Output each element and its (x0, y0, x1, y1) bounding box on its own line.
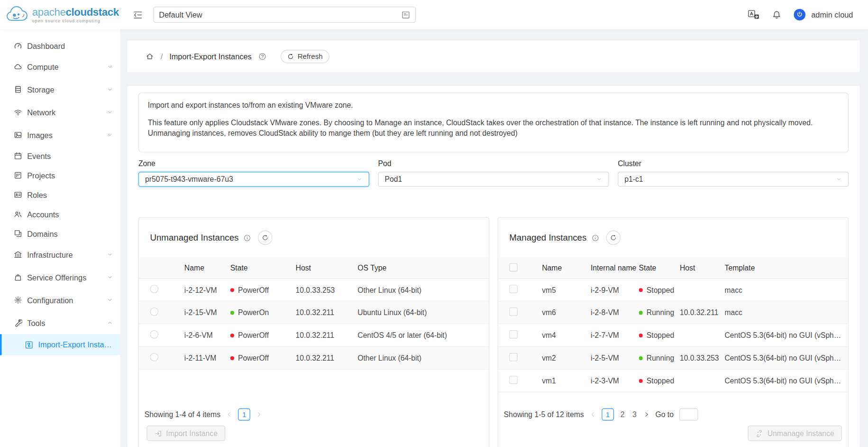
table-row[interactable]: vm6 i-2-8-VM Running 10.0.32.211 macc (498, 301, 848, 324)
row-radio[interactable] (150, 330, 158, 339)
os-type-cell: Other Linux (64-bit) (357, 286, 485, 294)
home-icon[interactable] (146, 52, 154, 61)
cluster-filter: Cluster p1-c1 (618, 159, 849, 186)
state-cell: Running (639, 354, 680, 363)
menu-fold-icon[interactable] (133, 9, 143, 19)
chevron-down-icon (107, 274, 113, 280)
page-number[interactable]: 2 (619, 410, 625, 419)
sidebar-item-dashboard[interactable]: Dashboard (0, 36, 120, 56)
cloud-icon (14, 63, 22, 71)
sidebar-item-configuration[interactable]: Configuration (0, 289, 120, 311)
sidebar-item-domains[interactable]: Domains (0, 224, 120, 243)
bell-icon[interactable] (772, 10, 781, 19)
unmanage-instance-button[interactable]: Unmanage Instance (748, 426, 842, 441)
cluster-select[interactable]: p1-c1 (618, 172, 849, 187)
sidebar-item-network[interactable]: Network (0, 101, 120, 124)
name-cell: i-2-11-VM (184, 354, 230, 363)
unmanaged-table-body: i-2-12-VM PowerOff 10.0.33.253 Other Lin… (139, 279, 489, 370)
sidebar-item-label: Events (27, 151, 51, 160)
view-selector[interactable] (153, 7, 415, 23)
table-row[interactable]: vm1 i-2-3-VM Stopped CentOS 5.3(64-bit) … (498, 370, 848, 392)
sidebar-item-tools[interactable]: Tools (0, 311, 120, 334)
sidebar-item-import-export-instances[interactable]: Import-Export Instances (0, 334, 120, 355)
table-row[interactable]: i-2-11-VM PowerOff 10.0.32.211 Other Lin… (139, 347, 489, 370)
host-cell: 10.0.33.253 (296, 286, 358, 294)
sidebar-item-images[interactable]: Images (0, 123, 120, 146)
sidebar-item-accounts[interactable]: Accounts (0, 205, 120, 224)
refresh-icon (610, 234, 616, 241)
state-text: PowerOff (238, 354, 269, 363)
sidebar-item-roles[interactable]: Roles (0, 185, 120, 205)
state-cell: Stopped (639, 331, 680, 340)
table-row[interactable]: vm2 i-2-5-VM Running 10.0.33.253 CentOS … (498, 347, 848, 370)
row-checkbox[interactable] (509, 376, 518, 384)
page-title: Import-Export Instances (169, 52, 252, 61)
sidebar-item-label: Images (27, 130, 53, 140)
unmanage-instance-label: Unmanage Instance (767, 429, 834, 438)
description-line-2: This feature only applies Cloudstack VMw… (148, 118, 839, 139)
table-row[interactable]: i-2-12-VM PowerOff 10.0.33.253 Other Lin… (139, 279, 489, 301)
brand-name: apachecloudstack (32, 7, 119, 17)
user-menu[interactable]: admin cloud (794, 9, 853, 21)
table-row[interactable]: i-2-15-VM PowerOn 10.0.32.211 Ubuntu Lin… (139, 301, 489, 324)
project-view-icon[interactable] (402, 10, 411, 19)
sidebar-item-compute[interactable]: Compute (0, 56, 120, 78)
feature-description: Import and export instances to/from an e… (138, 93, 849, 152)
row-checkbox[interactable] (509, 353, 518, 362)
select-all-checkbox[interactable] (509, 263, 518, 271)
row-checkbox[interactable] (509, 307, 518, 316)
row-checkbox[interactable] (509, 330, 518, 339)
refresh-button[interactable]: Refresh (280, 50, 329, 63)
pagination-summary: Showing 1-4 of 4 items (145, 410, 220, 419)
chevron-right-icon[interactable] (643, 411, 650, 418)
row-radio[interactable] (150, 307, 158, 316)
translation-icon[interactable] (748, 10, 759, 19)
column-header: State (639, 264, 680, 272)
page-number-current[interactable]: 1 (238, 409, 250, 421)
unmanaged-refresh-button[interactable] (258, 231, 272, 245)
row-radio[interactable] (150, 285, 158, 293)
state-cell: Stopped (639, 286, 680, 294)
user-name[interactable]: admin cloud (811, 10, 853, 19)
table-row[interactable]: vm4 i-2-7-VM Stopped CentOS 5.3(64-bit) … (498, 324, 848, 347)
page-number[interactable]: 3 (631, 410, 638, 419)
zone-select[interactable]: pr5075-t943-vmware-67u3 (138, 172, 369, 187)
bank-icon (14, 251, 22, 259)
host-cell: 10.0.32.211 (296, 331, 358, 340)
template-cell: CentOS 5.3(64-bit) no GUI (vSphere) (725, 354, 845, 363)
sidebar-item-service-offerings[interactable]: Service Offerings (0, 266, 120, 289)
column-header: Host (680, 264, 725, 272)
state-text: Running (647, 354, 674, 363)
project-icon (14, 171, 22, 180)
info-circle-icon[interactable] (244, 234, 251, 241)
chevron-left-icon[interactable] (226, 411, 233, 418)
name-cell: vm6 (542, 308, 591, 317)
chevron-left-icon[interactable] (589, 411, 596, 418)
question-circle-icon[interactable] (258, 52, 266, 60)
row-checkbox[interactable] (509, 285, 518, 293)
sidebar-item-storage[interactable]: Storage (0, 78, 120, 101)
row-radio[interactable] (150, 353, 158, 362)
block-icon (14, 229, 22, 238)
table-row[interactable]: vm5 i-2-9-VM Stopped macc (498, 279, 848, 301)
chevron-right-icon[interactable] (256, 411, 263, 418)
refresh-icon (262, 234, 268, 241)
sidebar-item-projects[interactable]: Projects (0, 166, 120, 185)
pod-select[interactable]: Pod1 (378, 172, 609, 187)
dashboard-icon (14, 42, 22, 50)
sidebar-item-events[interactable]: Events (0, 146, 120, 166)
unmanaged-pagination: Showing 1-4 of 4 items 1 (145, 409, 484, 421)
goto-page-input[interactable] (679, 409, 698, 421)
managed-refresh-button[interactable] (606, 231, 620, 245)
sidebar-item-infrastructure[interactable]: Infrastructure (0, 243, 120, 266)
view-select-input[interactable] (159, 10, 397, 19)
page-number-current[interactable]: 1 (602, 409, 614, 421)
checkbox-cell (509, 307, 542, 317)
state-cell: PowerOn (230, 308, 296, 317)
chevron-down-icon (836, 176, 842, 182)
pod-label: Pod (378, 159, 609, 168)
info-circle-icon[interactable] (592, 234, 599, 241)
avatar[interactable] (794, 9, 805, 21)
import-instance-button[interactable]: Import Instance (146, 426, 225, 441)
table-row[interactable]: i-2-6-VM PowerOff 10.0.32.211 CentOS 4/5… (139, 324, 489, 347)
